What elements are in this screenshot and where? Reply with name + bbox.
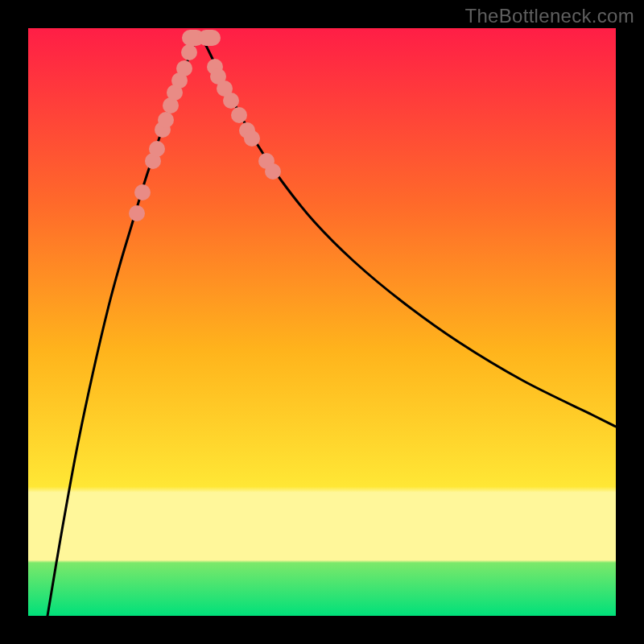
marker-dot bbox=[181, 44, 197, 60]
chart-frame: TheBottleneck.com bbox=[0, 0, 644, 644]
marker-dot bbox=[158, 112, 174, 128]
watermark-text: TheBottleneck.com bbox=[464, 5, 634, 27]
marker-dot bbox=[149, 141, 165, 157]
marker-dot bbox=[244, 130, 260, 147]
marker-pill bbox=[198, 30, 221, 46]
curve-right-branch bbox=[199, 35, 616, 427]
curve-left-branch bbox=[47, 35, 199, 616]
marker-dot bbox=[231, 107, 247, 123]
marker-dot bbox=[223, 93, 239, 109]
marker-dot bbox=[265, 163, 281, 180]
marker-dot bbox=[176, 60, 192, 76]
plot-area bbox=[28, 28, 616, 616]
marker-dot bbox=[129, 205, 145, 221]
marker-dot bbox=[134, 184, 151, 200]
curve-layer bbox=[28, 28, 616, 616]
